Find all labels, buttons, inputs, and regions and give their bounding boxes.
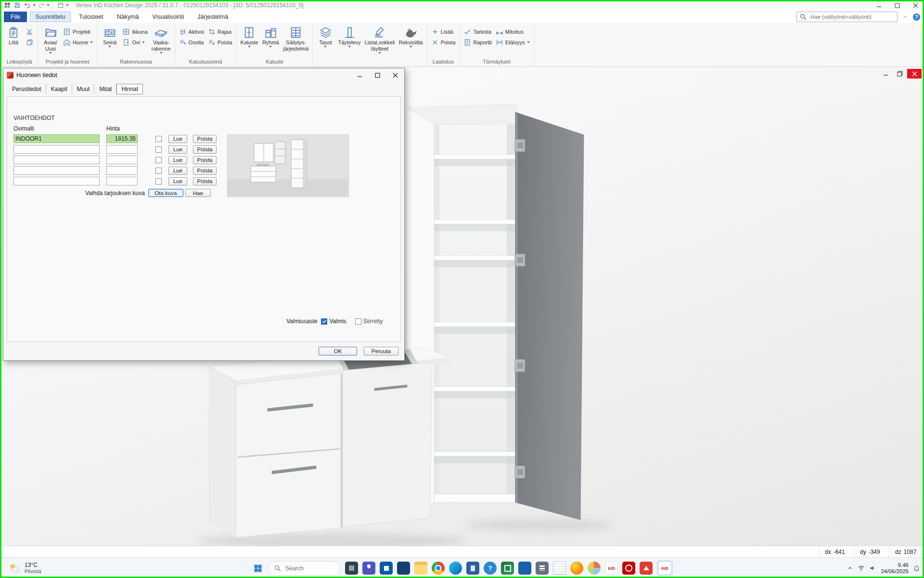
ovi-button[interactable]: Ovi [121, 38, 146, 47]
tasot-button[interactable]: Tasot [315, 24, 335, 64]
taskbar-search[interactable] [269, 561, 341, 576]
poista-kalustusseina-button[interactable]: Poista [206, 38, 234, 47]
dialog-titlebar[interactable]: Huoneen tiedot [3, 68, 404, 82]
tab-jarjestelma[interactable]: Järjestelmä [192, 12, 233, 22]
hae-button[interactable]: Hae [185, 189, 211, 197]
photos-icon[interactable] [588, 562, 601, 575]
door-model-field[interactable] [13, 177, 100, 185]
ribbon-search-input[interactable] [809, 13, 895, 20]
projekti-button[interactable]: Projekti [62, 27, 92, 36]
price-field[interactable] [106, 145, 138, 154]
office-icon[interactable] [380, 562, 393, 575]
peruuta-button[interactable]: Peruuta [364, 347, 398, 355]
customize-caret-icon[interactable] [66, 4, 69, 6]
door-model-field[interactable] [13, 134, 100, 143]
collapse-ribbon-icon[interactable] [900, 12, 910, 22]
app-blue-icon[interactable] [397, 562, 410, 575]
vertex-ind-icon[interactable]: InD [605, 562, 618, 575]
tab-visualisointi[interactable]: Visualisointi [147, 12, 190, 22]
tab-hinnat[interactable]: Hinnat [116, 84, 143, 94]
siirretty-checkbox[interactable] [355, 318, 361, 325]
weather-widget[interactable]: 13°C Pilvistä [5, 560, 44, 576]
teams-icon[interactable] [362, 562, 375, 575]
wifi-icon[interactable] [858, 565, 865, 572]
poista-row-button[interactable]: Poista [193, 145, 217, 154]
paste-button[interactable]: Liitä [3, 24, 24, 58]
etaisyys-button[interactable]: Etäisyys [494, 38, 531, 47]
sailytysjarjestelma-button[interactable]: Säilytys- järjestelmä [282, 24, 310, 58]
price-field[interactable] [106, 134, 138, 143]
raportti-button[interactable]: Raportti [462, 38, 493, 47]
apps-grid-icon[interactable] [536, 562, 549, 575]
tab-suunnittelu[interactable]: Suunnittelu [30, 12, 71, 22]
ribbon-search[interactable] [796, 12, 898, 22]
huone-button[interactable]: Huone [62, 38, 94, 47]
copy-button[interactable] [25, 38, 35, 47]
taskbar-clock[interactable]: 9.46 24/06/2025 [881, 562, 909, 575]
price-field[interactable] [106, 166, 138, 175]
redo-icon[interactable] [37, 1, 46, 10]
rajaa-button[interactable]: Rajaa [206, 27, 233, 36]
viewport-minimize-icon[interactable] [878, 69, 893, 79]
adobe-icon[interactable] [640, 562, 653, 575]
excel-icon[interactable] [501, 562, 514, 575]
redo-caret-icon[interactable] [47, 4, 50, 6]
app-icon[interactable] [2, 1, 12, 10]
lue-button[interactable]: Lue [168, 156, 187, 164]
edge-icon[interactable] [449, 562, 462, 575]
aktivoi-button[interactable]: Aktivoi [178, 27, 205, 36]
firefox-icon[interactable] [570, 562, 583, 575]
rekvisiitta-button[interactable]: Rekvisiitta [398, 24, 424, 64]
door-model-field[interactable] [13, 166, 100, 175]
close-button[interactable] [907, 0, 924, 11]
tab-nakyma[interactable]: Näkymä [112, 12, 144, 22]
calculator-icon[interactable] [466, 562, 479, 575]
dialog-maximize-button[interactable] [369, 69, 386, 81]
viewport-close-icon[interactable] [907, 69, 922, 79]
undo-caret-icon[interactable] [33, 4, 36, 6]
listat-sokkeli-button[interactable]: Listat,sokkeli täytteet [363, 24, 397, 64]
tab-mitat[interactable]: Mitat [94, 84, 116, 94]
ota-kuva-button[interactable]: Ota kuva [148, 189, 183, 197]
lue-button[interactable]: Lue [168, 145, 187, 154]
option-checkbox[interactable] [155, 168, 162, 174]
price-field[interactable] [106, 156, 138, 164]
dialog-close-button[interactable] [386, 69, 404, 81]
taskbar-search-input[interactable] [284, 565, 335, 572]
door-model-field[interactable] [13, 156, 100, 164]
option-checkbox[interactable] [155, 178, 162, 184]
tab-perustiedot[interactable]: Perustiedot [7, 84, 46, 94]
chrome-icon[interactable] [432, 562, 445, 575]
undo-icon[interactable] [23, 1, 32, 10]
lue-button[interactable]: Lue [168, 167, 187, 175]
vaakarakenne-button[interactable]: Vaaka- rakenne [150, 24, 172, 58]
dialog-minimize-button[interactable] [351, 69, 369, 81]
cut-button[interactable] [25, 27, 35, 36]
open-new-button[interactable]: Avaa/ Uusi [40, 24, 61, 58]
lisaa-laatoitus-button[interactable]: Lisää [430, 27, 455, 36]
ikkuna-button[interactable]: Ikkuna [121, 27, 149, 36]
lue-button[interactable]: Lue [168, 177, 187, 185]
poista-row-button[interactable]: Poista [193, 177, 217, 185]
option-checkbox[interactable] [155, 146, 162, 153]
poista-row-button[interactable]: Poista [193, 135, 217, 143]
help-icon[interactable]: ? [484, 562, 497, 575]
door-model-field[interactable] [13, 145, 100, 154]
acrobat-icon[interactable] [622, 562, 635, 575]
help-icon[interactable]: ? [913, 13, 920, 21]
taytelevy-button[interactable]: Täytelevy [336, 24, 362, 64]
valmis-checkbox[interactable] [321, 318, 327, 325]
notification-bell-icon[interactable] [913, 565, 920, 572]
tarkista-button[interactable]: Tarkista [462, 27, 493, 36]
option-checkbox[interactable] [155, 136, 162, 142]
seina-button[interactable]: Seinä [100, 24, 120, 58]
customize-toolbar-icon[interactable] [56, 1, 65, 10]
osoita-button[interactable]: Osoita [178, 38, 205, 47]
kaluste-button[interactable]: Kaluste [239, 24, 260, 58]
minimize-button[interactable] [870, 0, 887, 11]
vertex-ind-active-icon[interactable]: InD [658, 562, 671, 575]
file-explorer-icon[interactable] [414, 562, 427, 575]
chevron-up-icon[interactable] [847, 565, 853, 571]
mitoitus-button[interactable]: Mitoit­us [494, 27, 525, 36]
task-view-icon[interactable] [345, 562, 358, 575]
